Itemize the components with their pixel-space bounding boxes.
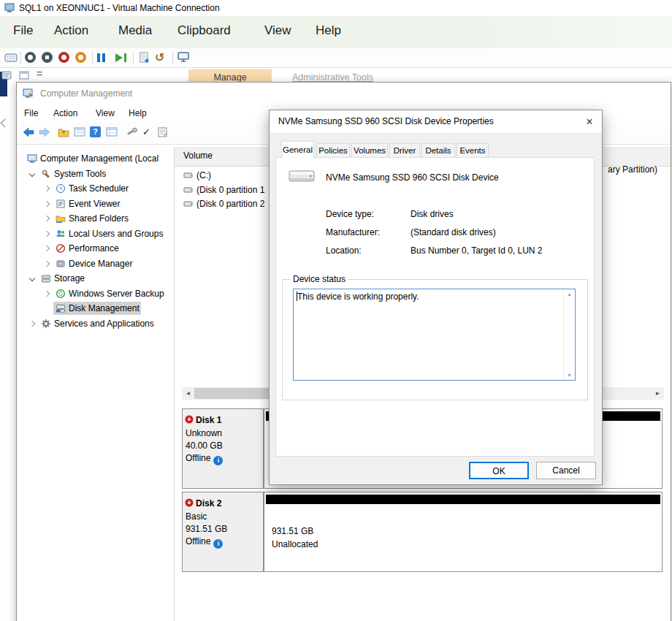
vm-menu-action[interactable]: Action (54, 23, 88, 38)
info-icon[interactable]: i (213, 456, 223, 465)
cm-window-title: Computer Management (40, 88, 132, 99)
device-status-textbox[interactable]: This device is working properly. ▲ ▼ (293, 289, 576, 381)
back-arrow-icon[interactable] (23, 126, 34, 138)
tree-item-windows-server-backup[interactable]: Windows Server Backup (17, 286, 172, 302)
cm-titlebar[interactable]: Computer Management (17, 83, 671, 104)
attach-vhd-icon[interactable] (126, 126, 138, 138)
collapse-chevron-icon[interactable] (0, 118, 9, 128)
disk2-graph-region[interactable]: 931.51 GB Unallocated (264, 492, 663, 572)
tree-item-disk-management[interactable]: Disk Management (17, 301, 172, 316)
vm-menu-help[interactable]: Help (316, 23, 341, 38)
device-manager-icon (56, 259, 66, 269)
cancel-button[interactable]: Cancel (536, 462, 596, 479)
server-manager-admin-tools-menu[interactable]: Administrative Tools (292, 72, 373, 83)
tree-item-event-viewer[interactable]: Event Viewer (17, 197, 172, 212)
pause-button-icon (102, 53, 105, 62)
tree-item-system-tools[interactable]: System Tools (17, 167, 172, 182)
textbox-scrollbar[interactable]: ▲ ▼ (563, 289, 575, 380)
volume-icon (183, 185, 194, 197)
disk2-status-line: Offlinei (186, 536, 223, 549)
scroll-right-button[interactable]: ► (652, 387, 664, 400)
vm-menu-file[interactable]: File (13, 23, 33, 38)
open-folder-icon[interactable] (58, 126, 69, 138)
forward-arrow-icon[interactable] (39, 126, 50, 138)
cm-menu-view[interactable]: View (96, 108, 115, 118)
info-icon[interactable]: i (213, 539, 223, 549)
tab-policies[interactable]: Policies (316, 143, 350, 157)
tree-item-task-scheduler[interactable]: Task Scheduler (17, 181, 172, 197)
disk2-header-cell[interactable]: Disk 2 Basic 931.51 GB Offlinei (182, 492, 264, 572)
scroll-up-icon[interactable]: ▲ (564, 292, 575, 297)
scroll-left-icon: ◄ (186, 390, 191, 397)
console-view-icon[interactable] (106, 126, 118, 138)
tree-label: Storage (54, 273, 85, 283)
expander-icon[interactable] (44, 260, 50, 266)
disk2-unallocated-bar (266, 495, 660, 504)
start-button-icon[interactable] (25, 52, 36, 63)
cm-menu-file[interactable]: File (24, 108, 38, 118)
expander-icon[interactable] (29, 320, 35, 326)
disk2-unallocated-size: 931.51 GB (272, 526, 313, 536)
tree-item-performance[interactable]: Performance (17, 241, 172, 256)
expander-icon[interactable] (44, 200, 50, 206)
vm-menu-view[interactable]: View (264, 23, 291, 38)
scroll-down-icon[interactable]: ▼ (564, 373, 575, 378)
dialog-titlebar[interactable]: NVMe Samsung SSD 960 SCSI Disk Device Pr… (270, 110, 602, 133)
check-action-icon[interactable]: ✓ (142, 126, 154, 138)
volume-icon (183, 199, 194, 211)
tab-general[interactable]: General (281, 141, 314, 158)
volume-column-header[interactable]: Volume (183, 151, 213, 161)
local-users-groups-icon (56, 229, 66, 239)
toolbar-separator (92, 51, 93, 64)
reset-button-icon[interactable] (115, 53, 123, 62)
vm-titlebar: SQL1 on XEONNUC1 - Virtual Machine Conne… (0, 0, 672, 16)
tab-details[interactable]: Details (421, 143, 455, 157)
properties-form-icon[interactable] (157, 126, 169, 138)
tree-label: Device Manager (69, 259, 132, 269)
tree-label: Event Viewer (69, 199, 120, 209)
expander-icon[interactable] (44, 216, 50, 221)
shut-down-button-icon[interactable] (58, 52, 69, 63)
save-state-button-icon[interactable] (75, 52, 86, 63)
tree-item-local-users-groups[interactable]: Local Users and Groups (17, 226, 172, 242)
cm-menu-help[interactable]: Help (129, 108, 147, 118)
expander-icon[interactable] (44, 290, 50, 296)
close-icon[interactable]: × (577, 110, 602, 133)
scroll-left-button[interactable]: ◄ (182, 387, 194, 400)
volume-label: (C:) (196, 170, 211, 180)
revert-button-icon[interactable]: ↺ (155, 50, 164, 64)
tree-item-device-manager[interactable]: Device Manager (17, 256, 172, 272)
cm-menu-action[interactable]: Action (53, 108, 77, 118)
vm-menu-media[interactable]: Media (118, 23, 152, 38)
ok-button[interactable]: OK (469, 462, 529, 479)
volume-icon (183, 170, 194, 183)
console-tree: Computer Management (Local System Tools … (17, 147, 175, 621)
tree-item-computer-management[interactable]: Computer Management (Local (17, 151, 172, 167)
manufacturer-value: (Standard disk drives) (411, 227, 496, 237)
tab-driver[interactable]: Driver (389, 143, 420, 157)
disk2-type: Basic (186, 511, 207, 522)
task-scheduler-icon (56, 183, 66, 194)
turn-off-button-icon[interactable] (42, 52, 53, 63)
ctrl-alt-del-icon[interactable] (4, 52, 18, 66)
expander-icon[interactable] (29, 170, 35, 176)
pause-button-icon[interactable] (97, 53, 100, 62)
checkpoint-button-icon[interactable] (139, 51, 150, 66)
tree-item-storage[interactable]: Storage (17, 271, 172, 286)
tab-volumes[interactable]: Volumes (351, 143, 388, 157)
tree-item-services-applications[interactable]: Services and Applications (17, 316, 172, 332)
tree-item-shared-folders[interactable]: Shared Folders (17, 211, 172, 226)
expander-icon[interactable] (44, 186, 50, 191)
disk2-status: Offline (186, 536, 210, 546)
expander-icon[interactable] (44, 245, 50, 251)
vm-menu-clipboard[interactable]: Clipboard (177, 23, 231, 38)
list-view-icon[interactable] (74, 126, 85, 138)
expander-icon[interactable] (29, 275, 35, 281)
device-status-groupbox: Device status This device is working pro… (282, 279, 588, 400)
enhanced-session-button-icon[interactable] (177, 51, 190, 66)
help-icon[interactable]: ? (90, 126, 101, 137)
expander-icon[interactable] (44, 230, 50, 236)
tab-events[interactable]: Events (457, 143, 489, 157)
disk1-header-cell[interactable]: Disk 1 Unknown 40.00 GB Offlinei (182, 408, 264, 489)
tree-label: Computer Management (Local (40, 153, 159, 164)
